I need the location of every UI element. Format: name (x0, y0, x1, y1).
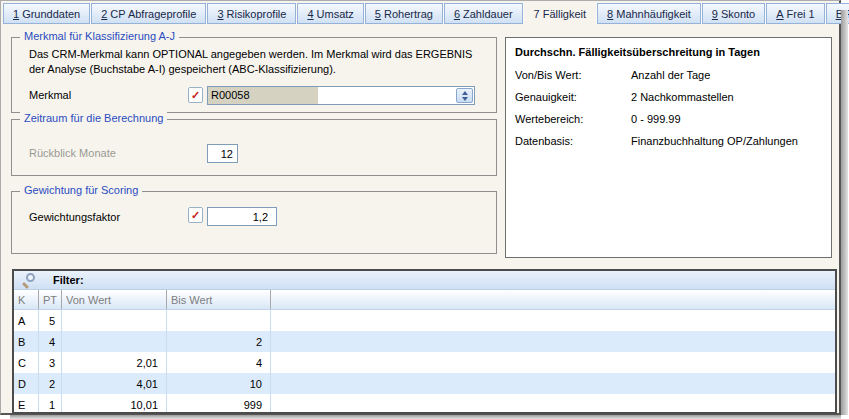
info-panel: Durchschn. Fälligkeitsüberschreitung in … (505, 37, 832, 258)
tab-accel: 7 (534, 8, 540, 20)
cell-bis-wert (167, 310, 271, 331)
tab-accel: 3 (217, 8, 223, 20)
tab-label: Zahldauer (463, 8, 513, 20)
cell-pt: 4 (39, 331, 62, 352)
validate-icon[interactable]: ✓ (188, 207, 203, 223)
magnifier-icon[interactable] (21, 273, 36, 288)
cell-filler (271, 352, 835, 373)
tab-rohertrag[interactable]: 5Rohertrag (365, 3, 443, 24)
tab-label: CP Abfrageprofile (110, 8, 196, 20)
tab-frei-1[interactable]: AFrei 1 (766, 3, 824, 24)
cell-von-wert (62, 310, 167, 331)
cell-bis-wert: 999 (167, 394, 271, 414)
tab-label: Mahnhäufigkeit (616, 8, 691, 20)
cell-pt: 5 (39, 310, 62, 331)
cell-von-wert (62, 331, 167, 352)
tab-page: 1Grunddaten 2CP Abfrageprofile 3Risikopr… (0, 0, 841, 415)
group-zeitraum-berechnung: Zeitraum für die Berechnung Rückblick Mo… (11, 119, 497, 176)
table-row[interactable]: B 4 2 (14, 331, 835, 352)
tab-skonto[interactable]: 9Skonto (702, 3, 765, 24)
tab-label: Grunddaten (22, 8, 80, 20)
info-row: Genauigkeit:2 Nachkommastellen (515, 91, 825, 103)
description-text: der Analyse (Buchstabe A-I) gespeichert … (29, 62, 491, 77)
info-row: Von/Bis Wert:Anzahl der Tage (515, 69, 825, 81)
cell-bis-wert: 4 (167, 352, 271, 373)
tab-zahldauer[interactable]: 6Zahldauer (444, 3, 523, 24)
tab-accel: 1 (13, 8, 19, 20)
group-title: Zeitraum für die Berechnung (20, 112, 167, 124)
spinner-down-icon[interactable] (462, 97, 468, 101)
column-header-k[interactable]: K (14, 290, 39, 309)
column-header-bis-wert[interactable]: Bis Wert (167, 290, 271, 309)
merkmal-input[interactable]: R00058 (207, 86, 475, 105)
magnifier-handle (22, 281, 29, 288)
tab-label: Fälligkeit (543, 8, 586, 20)
tab-label: Rohertrag (384, 8, 433, 20)
cell-filler (271, 310, 835, 331)
info-panel-title: Durchschn. Fälligkeitsüberschreitung in … (515, 46, 760, 58)
cell-k: E (14, 394, 39, 414)
spinner-up-icon[interactable] (462, 91, 468, 95)
group-gewichtung-scoring: Gewichtung für Scoring Gewichtungsfaktor… (11, 191, 497, 254)
filter-label: Filter: (53, 274, 84, 286)
tab-risikoprofile[interactable]: 3Risikoprofile (207, 3, 296, 24)
column-header-von-wert[interactable]: Von Wert (62, 290, 167, 309)
cell-k: C (14, 352, 39, 373)
tab-accel: 9 (712, 8, 718, 20)
tab-accel: 2 (101, 8, 107, 20)
rueckblick-monate-label: Rückblick Monate (29, 147, 116, 159)
filter-bar: Filter: (14, 271, 835, 290)
cell-von-wert: 10,01 (62, 394, 167, 414)
tab-label: Umsatz (317, 8, 354, 20)
gewichtungsfaktor-input[interactable] (207, 207, 277, 226)
check-glyph: ✓ (191, 89, 200, 101)
cell-pt: 3 (39, 352, 62, 373)
info-label: Genauigkeit: (515, 91, 631, 103)
info-value: Anzahl der Tage (631, 69, 710, 81)
application-window: 1Grunddaten 2CP Abfrageprofile 3Risikopr… (0, 0, 849, 419)
spinner-control[interactable] (456, 88, 473, 103)
info-value: 0 - 999.99 (631, 113, 681, 125)
tab-label: Skonto (721, 8, 755, 20)
rueckblick-monate-input[interactable] (207, 144, 238, 163)
gewichtungsfaktor-label: Gewichtungsfaktor (29, 211, 120, 223)
description-text: Das CRM-Merkmal kann OPTIONAL angegeben … (29, 47, 491, 62)
tab-mahnhaeufigkeit[interactable]: 8Mahnhäufigkeit (597, 3, 701, 24)
magnifier-glass (26, 273, 35, 282)
tab-faelligkeit-active[interactable]: 7Fälligkeit (524, 3, 597, 24)
tab-grunddaten[interactable]: 1Grunddaten (3, 3, 90, 24)
table-row[interactable]: E 1 10,01 999 (14, 394, 835, 414)
cell-filler (271, 331, 835, 352)
merkmal-field-label: Merkmal (29, 89, 71, 101)
window-shadow-right (841, 10, 848, 415)
info-value: 2 Nachkommastellen (631, 91, 734, 103)
table-row[interactable]: A 5 (14, 310, 835, 331)
cell-k: A (14, 310, 39, 331)
cell-bis-wert: 2 (167, 331, 271, 352)
tab-label: Risikoprofile (227, 8, 287, 20)
cell-k: D (14, 373, 39, 394)
tab-accel: 4 (307, 8, 313, 20)
column-header-pt[interactable]: PT (39, 290, 62, 309)
cell-pt: 1 (39, 394, 62, 414)
column-header-filler (271, 290, 835, 309)
tab-cp-abfrageprofile[interactable]: 2CP Abfrageprofile (91, 3, 206, 24)
info-label: Von/Bis Wert: (515, 69, 631, 81)
check-glyph: ✓ (191, 209, 200, 221)
classification-table-panel: Filter: K PT Von Wert Bis Wert A 5 B 4 2 (12, 269, 837, 414)
table-row[interactable]: D 2 4,01 10 (14, 373, 835, 394)
tab-umsatz[interactable]: 4Umsatz (297, 3, 363, 24)
group-merkmal-klassifizierung: Merkmal für Klassifizierung A-J Das CRM-… (11, 37, 497, 113)
validate-icon[interactable]: ✓ (188, 87, 203, 103)
group-title: Gewichtung für Scoring (20, 184, 142, 196)
cell-filler (271, 394, 835, 414)
cell-k: B (14, 331, 39, 352)
info-row: Wertebereich:0 - 999.99 (515, 113, 825, 125)
info-row: Datenbasis:Finanzbuchhaltung OP/Zahlunge… (515, 135, 825, 147)
table-header: K PT Von Wert Bis Wert (14, 290, 835, 310)
tab-accel: A (776, 8, 783, 20)
info-value: Finanzbuchhaltung OP/Zahlungen (631, 135, 798, 147)
cell-filler (271, 373, 835, 394)
table-row[interactable]: C 3 2,01 4 (14, 352, 835, 373)
cell-pt: 2 (39, 373, 62, 394)
